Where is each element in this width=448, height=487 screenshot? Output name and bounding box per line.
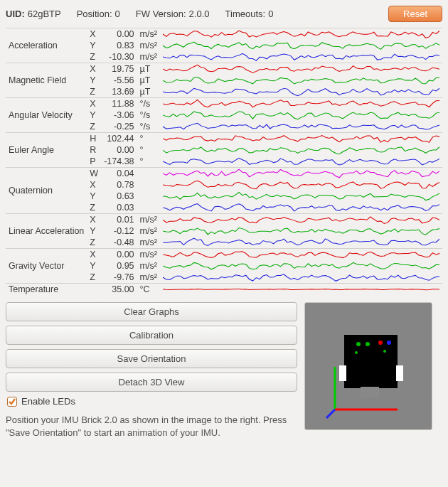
axis-label: Z — [87, 121, 101, 133]
3d-view-panel[interactable] — [304, 302, 432, 430]
unit-cell — [137, 202, 160, 214]
unit-cell: ° — [137, 144, 160, 156]
detach-3d-view-button[interactable]: Detach 3D View — [6, 373, 297, 392]
unit-cell: µT — [137, 75, 160, 86]
unit-cell: m/s² — [137, 40, 160, 51]
clear-graphs-button[interactable]: Clear Graphs — [6, 302, 297, 321]
sensor-graph — [163, 109, 439, 121]
unit-cell: m/s² — [137, 28, 160, 41]
sensor-name-cell: Gravity Vector — [6, 249, 87, 284]
sensor-graph — [163, 237, 439, 248]
value-cell: 11.88 — [101, 98, 137, 110]
unit-cell: m/s² — [137, 225, 160, 237]
value-cell: -5.56 — [101, 75, 137, 86]
graph-cell — [160, 121, 442, 133]
header-bar: UID: 62gBTP Position: 0 FW Version: 2.0.… — [6, 6, 442, 22]
axis-label: Y — [87, 109, 101, 121]
axis-label: X — [87, 179, 101, 191]
sensor-graph — [163, 260, 439, 272]
save-orientation-button[interactable]: Save Orientation — [6, 349, 297, 368]
axis-label: Z — [87, 237, 101, 249]
unit-cell: µT — [137, 86, 160, 98]
unit-cell: m/s² — [137, 272, 160, 284]
sensor-graph — [163, 214, 439, 225]
timeouts-value: 0 — [268, 9, 273, 19]
instruction-text: Position your IMU Brick 2.0 as shown in … — [6, 414, 297, 439]
value-cell: -0.48 — [101, 237, 137, 249]
axis-label: Z — [87, 51, 101, 63]
value-cell: 35.00 — [101, 284, 137, 296]
table-row: Magnetic FieldX19.75µT — [6, 63, 442, 75]
sensor-name-cell: Angular Velocity — [6, 98, 87, 133]
sensor-graph — [163, 144, 439, 156]
sensor-graph — [163, 75, 439, 86]
svg-line-12 — [326, 410, 335, 418]
sensor-graph — [163, 202, 439, 213]
unit-cell: m/s² — [137, 249, 160, 261]
sensor-name-cell: Quaternion — [6, 168, 87, 214]
sensor-graph — [163, 98, 439, 109]
value-cell: 0.00 — [101, 28, 137, 41]
value-cell: 0.95 — [101, 260, 137, 272]
unit-cell: ° — [137, 133, 160, 145]
axis-label: X — [87, 214, 101, 226]
value-cell: -174.38 — [101, 156, 137, 168]
3d-orientation-icon — [305, 303, 433, 431]
value-cell: -10.30 — [101, 51, 137, 63]
unit-cell: µT — [137, 63, 160, 75]
value-cell: 19.75 — [101, 63, 137, 75]
sensor-graph — [163, 63, 439, 75]
timeouts-label: Timeouts: — [225, 9, 266, 19]
graph-cell — [160, 260, 442, 272]
svg-point-9 — [383, 350, 386, 353]
graph-cell — [160, 98, 442, 110]
axis-label: X — [87, 249, 101, 261]
graph-cell — [160, 133, 442, 145]
unit-cell — [137, 168, 160, 180]
value-cell: 0.83 — [101, 40, 137, 51]
graph-cell — [160, 168, 442, 180]
graph-cell — [160, 272, 442, 284]
svg-point-6 — [378, 341, 383, 345]
sensor-name-cell: Temperature — [6, 284, 87, 296]
value-cell: -0.12 — [101, 225, 137, 237]
value-cell: -3.06 — [101, 109, 137, 121]
unit-cell: °C — [137, 284, 160, 296]
table-row: Gravity VectorX0.00m/s² — [6, 249, 442, 261]
svg-point-8 — [355, 351, 358, 354]
svg-rect-3 — [361, 387, 379, 398]
axis-label: R — [87, 144, 101, 156]
graph-cell — [160, 237, 442, 249]
svg-point-4 — [356, 342, 361, 346]
graph-cell — [160, 40, 442, 51]
check-icon — [9, 398, 16, 405]
enable-leds-checkbox[interactable] — [7, 397, 17, 407]
sensor-graph — [163, 121, 439, 132]
axis-label: X — [87, 28, 101, 41]
sensor-name-cell: Acceleration — [6, 28, 87, 63]
fw-label: FW Version: — [136, 9, 186, 19]
position-label: Position: — [77, 9, 112, 19]
axis-label: H — [87, 133, 101, 145]
sensor-graph — [163, 51, 439, 63]
axis-label — [87, 284, 101, 296]
value-cell: 0.00 — [101, 144, 137, 156]
reset-button[interactable]: Reset — [388, 6, 442, 22]
svg-rect-1 — [339, 365, 346, 381]
sensor-graph — [163, 156, 439, 167]
calibration-button[interactable]: Calibration — [6, 326, 297, 345]
graph-cell — [160, 144, 442, 156]
value-cell: 0.01 — [101, 214, 137, 226]
enable-leds-label: Enable LEDs — [21, 396, 75, 407]
axis-label: Y — [87, 75, 101, 86]
position-value: 0 — [115, 9, 120, 19]
table-row: Linear AccelerationX0.01m/s² — [6, 214, 442, 226]
graph-cell — [160, 109, 442, 121]
sensor-graph — [163, 86, 439, 97]
axis-label: Z — [87, 272, 101, 284]
value-cell: -0.25 — [101, 121, 137, 133]
value-cell: 13.69 — [101, 86, 137, 98]
graph-cell — [160, 191, 442, 202]
value-cell: 0.04 — [101, 168, 137, 180]
table-row: AccelerationX0.00m/s² — [6, 28, 442, 41]
